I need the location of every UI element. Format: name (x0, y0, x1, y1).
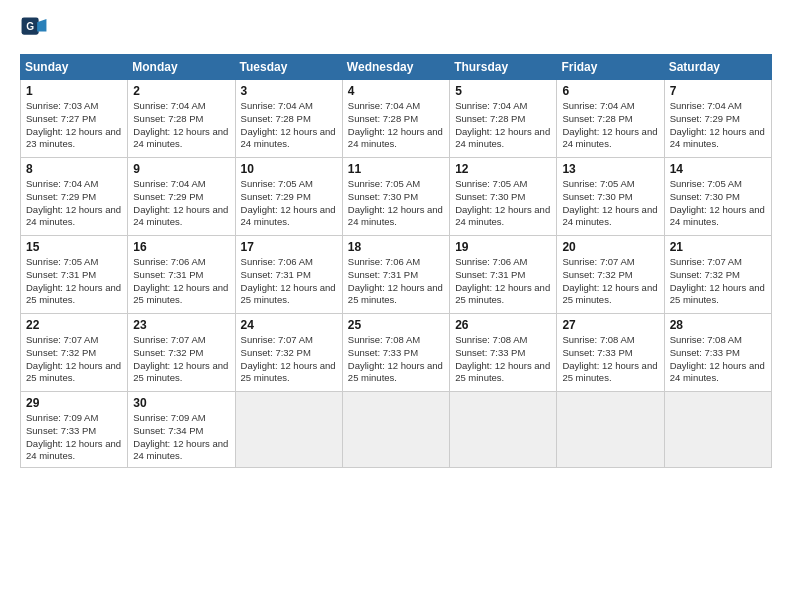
day-info: Sunrise: 7:06 AMSunset: 7:31 PMDaylight:… (455, 256, 550, 305)
day-info: Sunrise: 7:09 AMSunset: 7:33 PMDaylight:… (26, 412, 121, 461)
day-info: Sunrise: 7:05 AMSunset: 7:30 PMDaylight:… (562, 178, 657, 227)
weekday-header-wednesday: Wednesday (342, 55, 449, 80)
day-info: Sunrise: 7:07 AMSunset: 7:32 PMDaylight:… (133, 334, 228, 383)
day-number: 29 (26, 396, 122, 410)
calendar-week-1: 1 Sunrise: 7:03 AMSunset: 7:27 PMDayligh… (21, 80, 772, 158)
day-info: Sunrise: 7:06 AMSunset: 7:31 PMDaylight:… (133, 256, 228, 305)
calendar-day-4: 4 Sunrise: 7:04 AMSunset: 7:28 PMDayligh… (342, 80, 449, 158)
day-info: Sunrise: 7:03 AMSunset: 7:27 PMDaylight:… (26, 100, 121, 149)
calendar-day-22: 22 Sunrise: 7:07 AMSunset: 7:32 PMDaylig… (21, 314, 128, 392)
day-info: Sunrise: 7:08 AMSunset: 7:33 PMDaylight:… (455, 334, 550, 383)
day-info: Sunrise: 7:05 AMSunset: 7:30 PMDaylight:… (670, 178, 765, 227)
day-info: Sunrise: 7:04 AMSunset: 7:28 PMDaylight:… (348, 100, 443, 149)
calendar-day-9: 9 Sunrise: 7:04 AMSunset: 7:29 PMDayligh… (128, 158, 235, 236)
day-info: Sunrise: 7:04 AMSunset: 7:28 PMDaylight:… (241, 100, 336, 149)
day-number: 12 (455, 162, 551, 176)
day-number: 27 (562, 318, 658, 332)
day-info: Sunrise: 7:07 AMSunset: 7:32 PMDaylight:… (241, 334, 336, 383)
day-info: Sunrise: 7:04 AMSunset: 7:28 PMDaylight:… (455, 100, 550, 149)
calendar-day-24: 24 Sunrise: 7:07 AMSunset: 7:32 PMDaylig… (235, 314, 342, 392)
calendar-day-27: 27 Sunrise: 7:08 AMSunset: 7:33 PMDaylig… (557, 314, 664, 392)
empty-cell (664, 392, 771, 468)
calendar-day-29: 29 Sunrise: 7:09 AMSunset: 7:33 PMDaylig… (21, 392, 128, 468)
day-info: Sunrise: 7:05 AMSunset: 7:29 PMDaylight:… (241, 178, 336, 227)
weekday-header-thursday: Thursday (450, 55, 557, 80)
day-number: 13 (562, 162, 658, 176)
day-number: 3 (241, 84, 337, 98)
day-number: 2 (133, 84, 229, 98)
day-number: 20 (562, 240, 658, 254)
calendar-week-2: 8 Sunrise: 7:04 AMSunset: 7:29 PMDayligh… (21, 158, 772, 236)
calendar-day-1: 1 Sunrise: 7:03 AMSunset: 7:27 PMDayligh… (21, 80, 128, 158)
weekday-header-friday: Friday (557, 55, 664, 80)
day-info: Sunrise: 7:07 AMSunset: 7:32 PMDaylight:… (670, 256, 765, 305)
day-info: Sunrise: 7:06 AMSunset: 7:31 PMDaylight:… (241, 256, 336, 305)
calendar-table: SundayMondayTuesdayWednesdayThursdayFrid… (20, 54, 772, 468)
calendar-week-3: 15 Sunrise: 7:05 AMSunset: 7:31 PMDaylig… (21, 236, 772, 314)
day-number: 28 (670, 318, 766, 332)
day-number: 30 (133, 396, 229, 410)
calendar-day-10: 10 Sunrise: 7:05 AMSunset: 7:29 PMDaylig… (235, 158, 342, 236)
calendar-day-3: 3 Sunrise: 7:04 AMSunset: 7:28 PMDayligh… (235, 80, 342, 158)
calendar-week-4: 22 Sunrise: 7:07 AMSunset: 7:32 PMDaylig… (21, 314, 772, 392)
day-info: Sunrise: 7:04 AMSunset: 7:28 PMDaylight:… (562, 100, 657, 149)
empty-cell (450, 392, 557, 468)
day-number: 9 (133, 162, 229, 176)
day-number: 1 (26, 84, 122, 98)
calendar-day-12: 12 Sunrise: 7:05 AMSunset: 7:30 PMDaylig… (450, 158, 557, 236)
day-number: 26 (455, 318, 551, 332)
calendar-day-8: 8 Sunrise: 7:04 AMSunset: 7:29 PMDayligh… (21, 158, 128, 236)
calendar-day-6: 6 Sunrise: 7:04 AMSunset: 7:28 PMDayligh… (557, 80, 664, 158)
weekday-row: SundayMondayTuesdayWednesdayThursdayFrid… (21, 55, 772, 80)
day-info: Sunrise: 7:05 AMSunset: 7:30 PMDaylight:… (455, 178, 550, 227)
day-number: 21 (670, 240, 766, 254)
calendar-day-16: 16 Sunrise: 7:06 AMSunset: 7:31 PMDaylig… (128, 236, 235, 314)
calendar-day-11: 11 Sunrise: 7:05 AMSunset: 7:30 PMDaylig… (342, 158, 449, 236)
day-info: Sunrise: 7:09 AMSunset: 7:34 PMDaylight:… (133, 412, 228, 461)
calendar-day-21: 21 Sunrise: 7:07 AMSunset: 7:32 PMDaylig… (664, 236, 771, 314)
calendar-day-14: 14 Sunrise: 7:05 AMSunset: 7:30 PMDaylig… (664, 158, 771, 236)
calendar-day-2: 2 Sunrise: 7:04 AMSunset: 7:28 PMDayligh… (128, 80, 235, 158)
day-info: Sunrise: 7:06 AMSunset: 7:31 PMDaylight:… (348, 256, 443, 305)
day-number: 22 (26, 318, 122, 332)
calendar-day-17: 17 Sunrise: 7:06 AMSunset: 7:31 PMDaylig… (235, 236, 342, 314)
day-number: 16 (133, 240, 229, 254)
day-info: Sunrise: 7:07 AMSunset: 7:32 PMDaylight:… (26, 334, 121, 383)
calendar-day-18: 18 Sunrise: 7:06 AMSunset: 7:31 PMDaylig… (342, 236, 449, 314)
day-number: 19 (455, 240, 551, 254)
calendar-page: G SundayMondayTuesdayWednesdayThursdayFr… (0, 0, 792, 612)
day-info: Sunrise: 7:08 AMSunset: 7:33 PMDaylight:… (348, 334, 443, 383)
calendar-day-30: 30 Sunrise: 7:09 AMSunset: 7:34 PMDaylig… (128, 392, 235, 468)
weekday-header-monday: Monday (128, 55, 235, 80)
calendar-day-19: 19 Sunrise: 7:06 AMSunset: 7:31 PMDaylig… (450, 236, 557, 314)
svg-text:G: G (26, 21, 34, 32)
calendar-day-7: 7 Sunrise: 7:04 AMSunset: 7:29 PMDayligh… (664, 80, 771, 158)
day-number: 25 (348, 318, 444, 332)
day-number: 11 (348, 162, 444, 176)
empty-cell (235, 392, 342, 468)
calendar-day-26: 26 Sunrise: 7:08 AMSunset: 7:33 PMDaylig… (450, 314, 557, 392)
day-number: 4 (348, 84, 444, 98)
calendar-day-15: 15 Sunrise: 7:05 AMSunset: 7:31 PMDaylig… (21, 236, 128, 314)
day-number: 15 (26, 240, 122, 254)
day-number: 17 (241, 240, 337, 254)
calendar-header: SundayMondayTuesdayWednesdayThursdayFrid… (21, 55, 772, 80)
weekday-header-saturday: Saturday (664, 55, 771, 80)
weekday-header-sunday: Sunday (21, 55, 128, 80)
calendar-day-23: 23 Sunrise: 7:07 AMSunset: 7:32 PMDaylig… (128, 314, 235, 392)
day-number: 18 (348, 240, 444, 254)
day-info: Sunrise: 7:08 AMSunset: 7:33 PMDaylight:… (670, 334, 765, 383)
day-number: 7 (670, 84, 766, 98)
empty-cell (342, 392, 449, 468)
day-number: 10 (241, 162, 337, 176)
calendar-body: 1 Sunrise: 7:03 AMSunset: 7:27 PMDayligh… (21, 80, 772, 468)
calendar-week-5: 29 Sunrise: 7:09 AMSunset: 7:33 PMDaylig… (21, 392, 772, 468)
day-info: Sunrise: 7:04 AMSunset: 7:29 PMDaylight:… (26, 178, 121, 227)
day-info: Sunrise: 7:04 AMSunset: 7:28 PMDaylight:… (133, 100, 228, 149)
day-info: Sunrise: 7:07 AMSunset: 7:32 PMDaylight:… (562, 256, 657, 305)
day-info: Sunrise: 7:05 AMSunset: 7:30 PMDaylight:… (348, 178, 443, 227)
page-header: G (20, 16, 772, 44)
logo: G (20, 16, 52, 44)
day-info: Sunrise: 7:08 AMSunset: 7:33 PMDaylight:… (562, 334, 657, 383)
calendar-day-28: 28 Sunrise: 7:08 AMSunset: 7:33 PMDaylig… (664, 314, 771, 392)
